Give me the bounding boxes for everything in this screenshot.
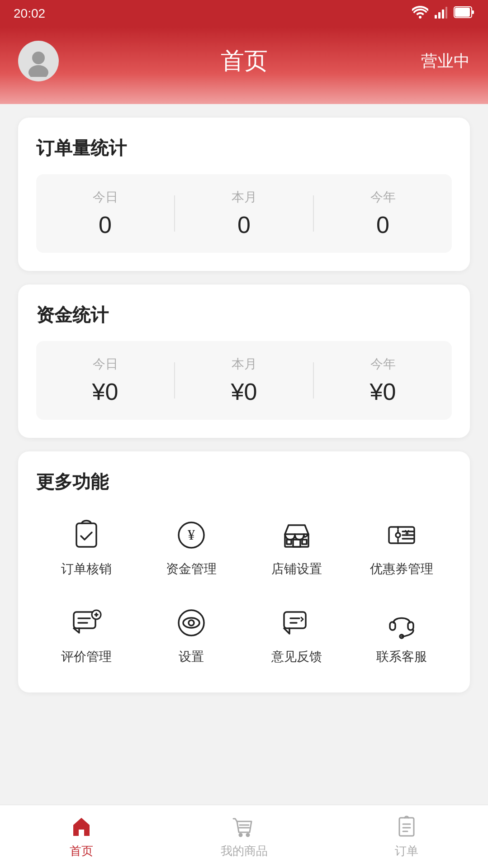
order-stats-inner: 今日 0 本月 0 今年 0 [36, 174, 452, 253]
feature-feedback[interactable]: 意见反馈 [246, 596, 347, 674]
fund-today-value: ¥0 [45, 378, 165, 405]
features-grid: 订单核销 ¥ 资金管理 [36, 508, 452, 674]
order-stat-year: 今年 0 [314, 174, 452, 253]
fund-month-value: ¥0 [184, 378, 304, 405]
feature-review-mgmt[interactable]: 评价管理 [36, 596, 137, 674]
feature-coupon-mgmt-label: 优惠券管理 [370, 560, 433, 578]
nav-item-products[interactable]: 我的商品 [163, 807, 326, 866]
svg-point-18 [396, 533, 400, 537]
order-today-value: 0 [45, 211, 165, 238]
feature-customer-service-label: 联系客服 [376, 648, 427, 665]
coupon-icon: ¥ [384, 517, 420, 553]
svg-rect-3 [445, 7, 447, 19]
status-bar: 20:02 [0, 0, 488, 27]
bottom-nav: 首页 我的商品 订单 [0, 805, 488, 868]
svg-rect-36 [408, 622, 413, 630]
feature-fund-mgmt-label: 资金管理 [166, 560, 217, 578]
order-stat-today: 今日 0 [36, 174, 174, 253]
order-month-label: 本月 [184, 189, 304, 206]
nav-products-label: 我的商品 [221, 843, 268, 859]
order-stat-month: 本月 0 [175, 174, 313, 253]
products-nav-icon [232, 814, 257, 840]
svg-rect-9 [76, 523, 96, 547]
fund-year-value: ¥0 [323, 378, 443, 405]
svg-point-8 [28, 65, 48, 77]
main-content: 订单量统计 今日 0 本月 0 今年 0 资金统计 今日 ¥0 [0, 104, 488, 720]
yen-circle-icon: ¥ [173, 517, 209, 553]
fund-today-label: 今日 [45, 356, 165, 373]
feature-feedback-label: 意见反馈 [271, 648, 322, 665]
features-card: 更多功能 订单核销 ¥ [18, 451, 470, 693]
svg-point-31 [189, 620, 194, 626]
nav-item-home[interactable]: 首页 [0, 807, 163, 866]
fund-year-label: 今年 [323, 356, 443, 373]
signal-icon [435, 6, 447, 22]
feature-coupon-mgmt[interactable]: ¥ 优惠券管理 [351, 508, 452, 587]
svg-rect-35 [390, 622, 395, 630]
nav-item-orders[interactable]: 订单 [325, 807, 488, 866]
feature-store-settings[interactable]: 店铺设置 [246, 508, 347, 587]
feature-order-cancel[interactable]: 订单核销 [36, 508, 137, 587]
home-nav-icon [69, 814, 94, 840]
svg-rect-5 [472, 10, 474, 14]
feature-store-settings-label: 店铺设置 [271, 560, 322, 578]
eye-circle-icon [173, 605, 209, 641]
nav-orders-label: 订单 [395, 843, 418, 859]
feedback-icon [279, 605, 315, 641]
svg-point-39 [246, 834, 249, 836]
fund-stats-card: 资金统计 今日 ¥0 本月 ¥0 今年 ¥0 [18, 285, 470, 438]
svg-rect-2 [442, 9, 444, 19]
svg-rect-1 [438, 12, 441, 19]
order-stats-card: 订单量统计 今日 0 本月 0 今年 0 [18, 118, 470, 271]
svg-point-7 [32, 52, 45, 64]
fund-month-label: 本月 [184, 356, 304, 373]
feature-order-cancel-label: 订单核销 [61, 560, 112, 578]
svg-rect-13 [293, 540, 300, 547]
order-today-label: 今日 [45, 189, 165, 206]
order-stats-title: 订单量统计 [36, 136, 452, 161]
svg-rect-14 [287, 540, 291, 544]
svg-rect-40 [399, 818, 414, 836]
headset-icon [384, 605, 420, 641]
order-year-value: 0 [323, 211, 443, 238]
status-icons [412, 6, 474, 22]
svg-rect-0 [435, 15, 437, 19]
page-title: 首页 [221, 45, 268, 77]
svg-rect-6 [455, 8, 470, 17]
feature-settings[interactable]: 设置 [141, 596, 242, 674]
review-icon [68, 605, 104, 641]
fund-stat-today: 今日 ¥0 [36, 341, 174, 420]
fund-stats-title: 资金统计 [36, 303, 452, 327]
svg-point-38 [239, 834, 242, 836]
orders-nav-icon [394, 814, 419, 840]
header: 首页 营业中 [0, 27, 488, 104]
clipboard-check-icon [68, 517, 104, 553]
feature-customer-service[interactable]: 联系客服 [351, 596, 452, 674]
features-title: 更多功能 [36, 470, 452, 494]
svg-text:¥: ¥ [405, 529, 409, 538]
feature-settings-label: 设置 [179, 648, 204, 665]
avatar[interactable] [18, 41, 59, 81]
business-status: 营业中 [421, 50, 470, 72]
svg-rect-15 [302, 540, 307, 544]
fund-stat-month: 本月 ¥0 [175, 341, 313, 420]
nav-home-label: 首页 [70, 843, 93, 859]
order-month-value: 0 [184, 211, 304, 238]
feature-fund-mgmt[interactable]: ¥ 资金管理 [141, 508, 242, 587]
feature-review-mgmt-label: 评价管理 [61, 648, 112, 665]
fund-stats-inner: 今日 ¥0 本月 ¥0 今年 ¥0 [36, 341, 452, 420]
svg-text:¥: ¥ [188, 526, 195, 543]
store-icon [279, 517, 315, 553]
status-time: 20:02 [14, 6, 45, 21]
wifi-icon [412, 6, 428, 22]
order-year-label: 今年 [323, 189, 443, 206]
battery-icon [454, 6, 474, 21]
fund-stat-year: 今年 ¥0 [314, 341, 452, 420]
